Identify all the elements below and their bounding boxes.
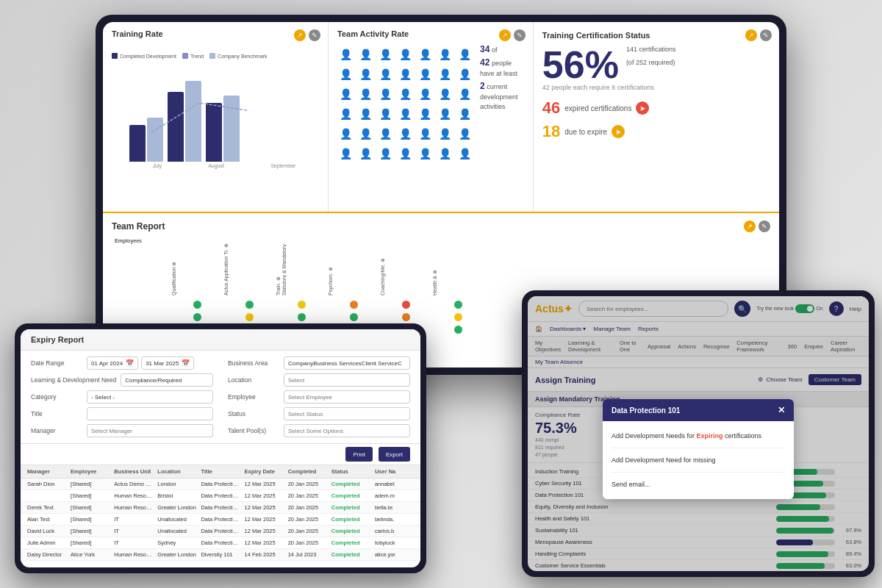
- cert-due-arrow[interactable]: ➤: [612, 125, 625, 138]
- filter-title: Title: [31, 407, 213, 420]
- team-activity-edit-icon[interactable]: ✎: [514, 29, 526, 41]
- td-title-4: Data Protection 101: [198, 516, 242, 523]
- person-25: 👤: [397, 106, 413, 122]
- manager-input[interactable]: [87, 424, 213, 437]
- date-from-box[interactable]: 01 Apr 2024 📅: [87, 356, 138, 370]
- dot: [245, 301, 254, 309]
- cert-due-row: 18 due to expire ➤: [542, 122, 770, 141]
- td-expiry-4: 12 Mar 2025: [243, 516, 286, 523]
- filter-manager-row: Manager: [31, 424, 213, 437]
- activity-count: 2: [480, 81, 485, 91]
- business-area-input[interactable]: [284, 356, 410, 370]
- training-rate-panel: Training Rate ↗ ✎ Completed Development …: [103, 22, 329, 212]
- expiring-label: Expiring: [697, 432, 723, 440]
- export-button[interactable]: Export: [379, 447, 410, 462]
- td-employee-7: Alice York: [68, 551, 112, 558]
- filter-manager: Manager: [31, 424, 213, 437]
- person-6: 👤: [437, 46, 453, 62]
- filter-title-row: Title: [31, 407, 213, 420]
- talent-pool-input[interactable]: [284, 424, 410, 437]
- training-rate-edit-icon[interactable]: ✎: [309, 29, 320, 41]
- team-report-expand-icon[interactable]: ↗: [744, 220, 756, 232]
- popup-body: Add Development Needs for Expiring certi…: [603, 421, 794, 499]
- person-23: 👤: [357, 106, 373, 122]
- title-input[interactable]: [87, 407, 213, 420]
- cert-expired-arrow[interactable]: ➤: [636, 101, 649, 115]
- person-36: 👤: [337, 146, 354, 162]
- learning-need-input[interactable]: [121, 373, 213, 387]
- business-area-label: Business Area: [228, 359, 279, 367]
- dot-cell: [171, 298, 223, 310]
- dot-cell: [276, 311, 327, 323]
- popup-item-email[interactable]: Send email...: [612, 478, 785, 490]
- people-grid: 👤 👤 👤 👤 👤 👤 👤 👤 👤 👤 👤 👤 👤: [337, 43, 473, 165]
- col-header-qualification: Qualification ⊗: [171, 237, 223, 295]
- manager-label: Manager: [31, 427, 82, 434]
- td-status-1: Completed: [329, 481, 373, 487]
- training-rate-expand-icon[interactable]: ↗: [294, 29, 306, 41]
- print-button[interactable]: Print: [345, 447, 372, 462]
- td-manager-2: [25, 492, 68, 499]
- popup-close-button[interactable]: ✕: [778, 405, 785, 415]
- location-input[interactable]: [284, 373, 410, 387]
- employee-label: Employee: [228, 393, 279, 401]
- popup-item-expiring[interactable]: Add Development Needs for Expiring certi…: [612, 430, 785, 442]
- dot-cell: [380, 298, 431, 310]
- person-34: 👤: [437, 126, 453, 142]
- dot: [298, 313, 306, 321]
- td-location-4: Unallocated: [155, 516, 198, 523]
- date-to-box[interactable]: 31 Mar 2025 📅: [141, 356, 194, 370]
- person-41: 👤: [437, 146, 453, 162]
- td-expiry-5: 12 Mar 2025: [243, 528, 286, 534]
- right-tablet-screen: Actus✦ 🔍 Try the new look On ? Help 🏠 Da…: [528, 296, 869, 571]
- td-location-6: Sydney: [155, 539, 198, 546]
- person-16: 👤: [357, 86, 373, 102]
- popup-overlay: Data Protection 101 ✕ Add Development Ne…: [528, 296, 869, 571]
- status-input[interactable]: [284, 407, 410, 420]
- legend-benchmark-dot: [209, 53, 215, 59]
- person-30: 👤: [357, 126, 373, 142]
- td-location-7: Greater London: [155, 551, 198, 558]
- location-label: Location: [228, 376, 279, 384]
- dot: [350, 301, 358, 309]
- td-status-3: Completed: [329, 504, 373, 511]
- category-input[interactable]: [87, 390, 213, 404]
- popup-item-missing[interactable]: Add Development Need for missing: [612, 454, 785, 466]
- dot: [298, 301, 306, 309]
- dot-cell: [223, 298, 275, 310]
- filter-learning-need-row: Learning & Development Need: [31, 373, 213, 387]
- team-activity-expand-icon[interactable]: ↗: [499, 29, 511, 41]
- th-employee: Employee: [68, 468, 112, 475]
- td-username-6: tobyluck: [373, 539, 416, 546]
- cert-status-edit-icon[interactable]: ✎: [760, 29, 772, 41]
- person-20: 👤: [437, 86, 453, 102]
- employee-input[interactable]: [284, 390, 410, 404]
- dot: [193, 313, 201, 321]
- cert-due-count: 18: [542, 122, 560, 141]
- td-manager-1: Sarah Dion: [25, 481, 68, 487]
- activity-of: of: [492, 46, 498, 54]
- table-row: Daisy Director Alice York Human Resource…: [21, 549, 420, 561]
- expiry-table: Manager Employee Business Unit Location …: [21, 465, 420, 567]
- cert-required: (of 252 required): [626, 59, 676, 66]
- filter-employee-row: Employee: [228, 390, 410, 404]
- employee-name-2: [112, 311, 171, 323]
- td-status-2: Completed: [329, 492, 373, 499]
- date-from-value: 01 Apr 2024: [91, 360, 123, 367]
- th-location: Location: [155, 468, 198, 475]
- team-report-edit-icon[interactable]: ✎: [759, 220, 770, 232]
- td-expiry-3: 12 Mar 2025: [243, 504, 286, 511]
- person-7: 👤: [456, 46, 473, 62]
- col-header-actus: Actus Application Tr. ⊗: [223, 237, 275, 295]
- cert-people-note: 42 people each require 6 certifications: [542, 84, 770, 91]
- person-19: 👤: [417, 86, 433, 102]
- person-26: 👤: [417, 106, 433, 122]
- person-42: 👤: [456, 146, 473, 162]
- legend-trend-dot: [182, 53, 188, 59]
- cert-status-expand-icon[interactable]: ↗: [745, 29, 757, 41]
- td-business-unit-3: Human Resources: [112, 504, 155, 511]
- td-business-unit-6: IT: [112, 539, 155, 546]
- title-label: Title: [31, 410, 82, 417]
- person-39: 👤: [397, 146, 413, 162]
- th-business-unit: Business Unit: [112, 468, 155, 475]
